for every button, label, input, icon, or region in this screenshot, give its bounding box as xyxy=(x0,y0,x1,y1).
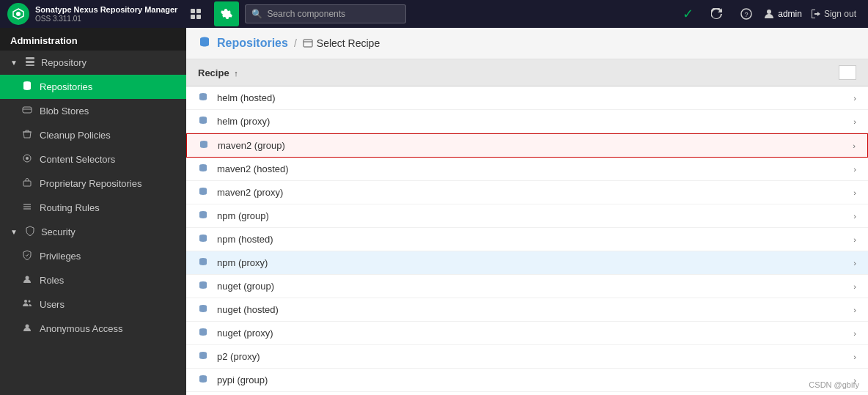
table-row[interactable]: maven2 (hosted) › xyxy=(186,158,868,181)
row-chevron-icon: › xyxy=(853,306,856,314)
status-icon-btn[interactable]: ✓ xyxy=(675,1,700,26)
svg-rect-13 xyxy=(23,107,32,113)
svg-point-8 xyxy=(767,10,771,14)
table-header: Recipe ↑ xyxy=(186,59,868,86)
row-db-icon xyxy=(198,92,210,104)
breadcrumb-link[interactable]: Repositories xyxy=(217,37,288,50)
table-row[interactable]: nuget (group) › xyxy=(186,275,868,298)
row-chevron-icon: › xyxy=(853,235,856,244)
navbar-right: ✓ ? admin Sign out xyxy=(675,1,861,26)
row-name: npm (hosted) xyxy=(217,234,853,245)
blob-stores-icon xyxy=(22,105,34,117)
chevron-down-icon-security: ▼ xyxy=(10,228,18,236)
app-name: Sonatype Nexus Repository Manager xyxy=(35,5,177,15)
username-label: admin xyxy=(778,9,802,19)
sidebar-group-repository[interactable]: ▼ Repository xyxy=(0,51,186,75)
svg-rect-4 xyxy=(191,15,195,19)
table-row[interactable]: npm (group) › xyxy=(186,204,868,228)
sidebar-item-anonymous-access-label: Anonymous Access xyxy=(40,323,122,334)
row-db-icon xyxy=(198,233,210,246)
row-chevron-icon: › xyxy=(853,94,856,103)
row-name: nuget (group) xyxy=(217,281,853,292)
user-section[interactable]: admin xyxy=(763,8,802,20)
sidebar-item-cleanup-policies[interactable]: Cleanup Policies xyxy=(0,123,186,147)
breadcrumb-separator: / xyxy=(294,37,297,49)
table-row[interactable]: pypi (group) › xyxy=(186,369,868,392)
privileges-icon xyxy=(22,250,34,262)
row-name: helm (hosted) xyxy=(217,92,853,103)
row-db-icon xyxy=(198,327,210,339)
table-row[interactable]: nuget (hosted) › xyxy=(186,298,868,322)
routing-icon xyxy=(22,202,34,214)
row-chevron-icon: › xyxy=(853,117,856,126)
table-row[interactable]: npm (proxy) › xyxy=(186,251,868,275)
breadcrumb-current: Select Recipe xyxy=(303,37,380,49)
roles-icon xyxy=(22,274,34,287)
content-selectors-icon xyxy=(22,153,34,166)
main-content: Repositories / Select Recipe Recipe ↑ xyxy=(186,28,868,395)
row-chevron-icon: › xyxy=(853,259,856,267)
breadcrumb: Repositories / Select Recipe xyxy=(186,28,868,59)
row-db-icon xyxy=(198,163,210,175)
svg-point-22 xyxy=(26,276,29,280)
table-row[interactable]: nuget (proxy) › xyxy=(186,322,868,345)
sidebar-group-repository-label: Repository xyxy=(41,57,87,68)
sidebar-item-roles[interactable]: Roles xyxy=(0,268,186,292)
table-row[interactable]: helm (hosted) › xyxy=(186,86,868,110)
row-name: p2 (proxy) xyxy=(217,351,853,362)
row-name: npm (group) xyxy=(217,210,853,221)
sidebar-item-privileges[interactable]: Privileges xyxy=(0,244,186,268)
svg-point-23 xyxy=(24,300,27,303)
help-icon-btn[interactable]: ? xyxy=(734,1,759,26)
sidebar-item-content-selectors[interactable]: Content Selectors xyxy=(0,147,186,171)
refresh-icon-btn[interactable] xyxy=(705,1,729,26)
svg-rect-11 xyxy=(26,64,34,66)
table-row[interactable]: maven2 (proxy) › xyxy=(186,181,868,204)
sidebar-item-content-selectors-label: Content Selectors xyxy=(40,154,115,165)
row-db-icon xyxy=(198,280,210,292)
browse-icon-btn[interactable] xyxy=(183,1,208,26)
row-name: maven2 (proxy) xyxy=(217,187,853,198)
row-name: nuget (hosted) xyxy=(217,304,853,315)
sidebar-icon-repository xyxy=(25,56,35,69)
sign-out-label: Sign out xyxy=(824,9,856,19)
sort-asc-icon: ↑ xyxy=(234,69,238,78)
settings-icon-btn[interactable] xyxy=(214,1,239,26)
app-body: Administration ▼ Repository xyxy=(0,28,868,395)
svg-rect-3 xyxy=(196,9,201,13)
sign-out-btn[interactable]: Sign out xyxy=(806,6,861,22)
sidebar: Administration ▼ Repository xyxy=(0,28,186,395)
sidebar-item-routing-rules-label: Routing Rules xyxy=(40,202,100,213)
search-box[interactable]: 🔍 Search components xyxy=(245,4,406,23)
table-row[interactable]: helm (proxy) › xyxy=(186,110,868,133)
sidebar-item-repositories[interactable]: Repositories xyxy=(0,75,186,99)
table-row[interactable]: maven2 (group) › xyxy=(186,133,868,158)
sidebar-group-security[interactable]: ▼ Security xyxy=(0,220,186,244)
row-db-icon xyxy=(199,139,210,152)
sidebar-item-blob-stores-label: Blob Stores xyxy=(40,106,89,117)
table-container: Recipe ↑ helm (hosted) › helm (proxy) › xyxy=(186,59,868,395)
sidebar-item-routing-rules[interactable]: Routing Rules xyxy=(0,196,186,220)
column-recipe-header: Recipe ↑ xyxy=(198,67,839,78)
table-row[interactable]: p2 (proxy) › xyxy=(186,345,868,369)
cleanup-icon xyxy=(22,129,34,141)
sidebar-item-blob-stores[interactable]: Blob Stores xyxy=(0,99,186,123)
table-row[interactable]: pypi (hosted) › xyxy=(186,392,868,395)
sidebar-item-users[interactable]: Users xyxy=(0,292,186,317)
svg-rect-5 xyxy=(196,15,201,19)
svg-point-1 xyxy=(16,12,21,16)
sidebar-item-anonymous-access[interactable]: Anonymous Access xyxy=(0,317,186,341)
sidebar-item-proprietary-repositories[interactable]: Proprietary Repositories xyxy=(0,171,186,196)
header-action-placeholder xyxy=(839,65,856,80)
table-row[interactable]: npm (hosted) › xyxy=(186,228,868,251)
brand: Sonatype Nexus Repository Manager OSS 3.… xyxy=(7,3,177,25)
row-name: maven2 (group) xyxy=(218,140,853,151)
row-name: npm (proxy) xyxy=(217,257,853,268)
chevron-down-icon: ▼ xyxy=(10,59,18,67)
sidebar-section-title: Administration xyxy=(0,28,186,51)
sidebar-item-cleanup-policies-label: Cleanup Policies xyxy=(40,130,111,141)
row-db-icon xyxy=(198,303,210,316)
row-chevron-icon: › xyxy=(853,282,856,291)
app-version: OSS 3.311.01 xyxy=(35,15,177,23)
row-chevron-icon: › xyxy=(853,352,856,361)
